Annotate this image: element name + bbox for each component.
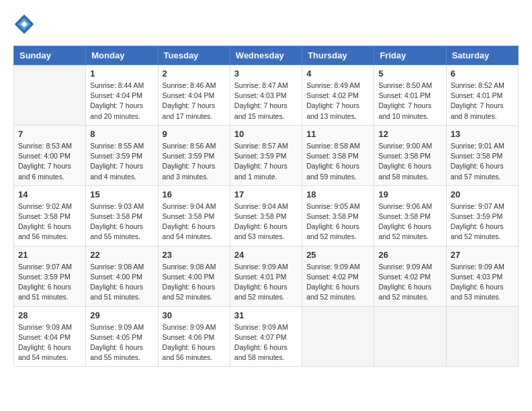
calendar-cell: 26Sunrise: 9:09 AM Sunset: 4:02 PM Dayli… (374, 246, 446, 306)
day-info: Sunrise: 8:57 AM Sunset: 3:59 PM Dayligh… (234, 141, 298, 182)
calendar-week-row: 21Sunrise: 9:07 AM Sunset: 3:59 PM Dayli… (14, 246, 519, 306)
calendar-week-row: 1Sunrise: 8:44 AM Sunset: 4:04 PM Daylig… (14, 65, 519, 126)
calendar-cell: 4Sunrise: 8:49 AM Sunset: 4:02 PM Daylig… (302, 65, 374, 126)
day-number: 10 (234, 129, 298, 139)
day-number: 9 (163, 129, 226, 139)
calendar-cell: 22Sunrise: 9:08 AM Sunset: 4:00 PM Dayli… (86, 246, 158, 306)
day-number: 18 (306, 189, 369, 199)
day-number: 27 (451, 250, 514, 260)
day-info: Sunrise: 9:09 AM Sunset: 4:02 PM Dayligh… (306, 262, 369, 303)
day-info: Sunrise: 9:07 AM Sunset: 3:59 PM Dayligh… (451, 201, 514, 242)
calendar-cell (446, 306, 518, 367)
day-info: Sunrise: 9:05 AM Sunset: 3:58 PM Dayligh… (306, 201, 369, 242)
calendar-cell: 10Sunrise: 8:57 AM Sunset: 3:59 PM Dayli… (230, 125, 302, 185)
calendar-table: SundayMondayTuesdayWednesdayThursdayFrid… (13, 46, 519, 367)
day-number: 22 (90, 250, 153, 260)
day-info: Sunrise: 9:09 AM Sunset: 4:06 PM Dayligh… (163, 322, 226, 363)
day-number: 29 (90, 310, 153, 320)
day-number: 8 (90, 129, 153, 139)
day-number: 7 (18, 129, 81, 139)
day-number: 1 (90, 68, 153, 79)
day-info: Sunrise: 8:52 AM Sunset: 4:01 PM Dayligh… (451, 81, 514, 122)
day-info: Sunrise: 9:09 AM Sunset: 4:07 PM Dayligh… (234, 322, 298, 363)
day-info: Sunrise: 9:03 AM Sunset: 3:58 PM Dayligh… (90, 201, 153, 242)
day-number: 15 (90, 189, 153, 199)
calendar-cell: 15Sunrise: 9:03 AM Sunset: 3:58 PM Dayli… (86, 185, 158, 246)
calendar-cell: 13Sunrise: 9:01 AM Sunset: 3:58 PM Dayli… (446, 125, 518, 185)
day-info: Sunrise: 9:06 AM Sunset: 3:58 PM Dayligh… (378, 201, 441, 242)
calendar-cell: 20Sunrise: 9:07 AM Sunset: 3:59 PM Dayli… (446, 185, 518, 246)
day-info: Sunrise: 8:49 AM Sunset: 4:02 PM Dayligh… (306, 81, 369, 122)
calendar-week-row: 14Sunrise: 9:02 AM Sunset: 3:58 PM Dayli… (14, 185, 519, 246)
calendar-week-row: 7Sunrise: 8:53 AM Sunset: 4:00 PM Daylig… (14, 125, 519, 185)
calendar-day-header: Tuesday (158, 46, 230, 65)
calendar-cell: 31Sunrise: 9:09 AM Sunset: 4:07 PM Dayli… (230, 306, 302, 367)
calendar-cell: 8Sunrise: 8:55 AM Sunset: 3:59 PM Daylig… (86, 125, 158, 185)
calendar-day-header: Wednesday (230, 46, 302, 65)
calendar-cell: 21Sunrise: 9:07 AM Sunset: 3:59 PM Dayli… (14, 246, 86, 306)
day-info: Sunrise: 8:53 AM Sunset: 4:00 PM Dayligh… (18, 141, 81, 182)
day-info: Sunrise: 8:46 AM Sunset: 4:04 PM Dayligh… (163, 81, 226, 122)
day-number: 2 (163, 68, 226, 79)
calendar-cell: 5Sunrise: 8:50 AM Sunset: 4:01 PM Daylig… (374, 65, 446, 126)
day-info: Sunrise: 9:09 AM Sunset: 4:01 PM Dayligh… (234, 262, 298, 303)
day-info: Sunrise: 9:04 AM Sunset: 3:58 PM Dayligh… (163, 201, 226, 242)
day-info: Sunrise: 8:44 AM Sunset: 4:04 PM Dayligh… (90, 81, 153, 122)
day-info: Sunrise: 9:09 AM Sunset: 4:03 PM Dayligh… (451, 262, 514, 303)
day-number: 21 (18, 250, 81, 260)
calendar-cell: 1Sunrise: 8:44 AM Sunset: 4:04 PM Daylig… (86, 65, 158, 126)
day-number: 31 (234, 310, 298, 320)
day-number: 30 (163, 310, 226, 320)
calendar-day-header: Saturday (446, 46, 518, 65)
calendar-cell: 3Sunrise: 8:47 AM Sunset: 4:03 PM Daylig… (230, 65, 302, 126)
logo (13, 13, 38, 35)
calendar-cell (374, 306, 446, 367)
calendar-cell: 25Sunrise: 9:09 AM Sunset: 4:02 PM Dayli… (302, 246, 374, 306)
day-number: 14 (18, 189, 81, 199)
day-info: Sunrise: 9:02 AM Sunset: 3:58 PM Dayligh… (18, 201, 81, 242)
calendar-cell: 9Sunrise: 8:56 AM Sunset: 3:59 PM Daylig… (158, 125, 230, 185)
day-number: 23 (163, 250, 226, 260)
calendar-day-header: Sunday (14, 46, 86, 65)
logo-icon (13, 13, 35, 35)
calendar-cell: 24Sunrise: 9:09 AM Sunset: 4:01 PM Dayli… (230, 246, 302, 306)
day-number: 11 (306, 129, 369, 139)
page-header (13, 13, 519, 35)
calendar-cell: 27Sunrise: 9:09 AM Sunset: 4:03 PM Dayli… (446, 246, 518, 306)
day-info: Sunrise: 8:55 AM Sunset: 3:59 PM Dayligh… (90, 141, 153, 182)
day-info: Sunrise: 8:47 AM Sunset: 4:03 PM Dayligh… (234, 81, 298, 122)
calendar-day-header: Friday (374, 46, 446, 65)
calendar-cell: 16Sunrise: 9:04 AM Sunset: 3:58 PM Dayli… (158, 185, 230, 246)
calendar-cell: 11Sunrise: 8:58 AM Sunset: 3:58 PM Dayli… (302, 125, 374, 185)
day-info: Sunrise: 9:09 AM Sunset: 4:02 PM Dayligh… (378, 262, 441, 303)
day-number: 19 (378, 189, 441, 199)
day-info: Sunrise: 9:01 AM Sunset: 3:58 PM Dayligh… (451, 141, 514, 182)
day-info: Sunrise: 9:08 AM Sunset: 4:00 PM Dayligh… (90, 262, 153, 303)
day-info: Sunrise: 8:50 AM Sunset: 4:01 PM Dayligh… (378, 81, 441, 122)
day-info: Sunrise: 8:56 AM Sunset: 3:59 PM Dayligh… (163, 141, 226, 182)
day-number: 6 (451, 68, 514, 79)
day-info: Sunrise: 9:09 AM Sunset: 4:04 PM Dayligh… (18, 322, 81, 363)
day-number: 20 (451, 189, 514, 199)
day-number: 26 (378, 250, 441, 260)
day-info: Sunrise: 9:08 AM Sunset: 4:00 PM Dayligh… (163, 262, 226, 303)
day-info: Sunrise: 9:04 AM Sunset: 3:58 PM Dayligh… (234, 201, 298, 242)
day-info: Sunrise: 9:00 AM Sunset: 3:58 PM Dayligh… (378, 141, 441, 182)
day-number: 16 (163, 189, 226, 199)
calendar-cell: 14Sunrise: 9:02 AM Sunset: 3:58 PM Dayli… (14, 185, 86, 246)
day-info: Sunrise: 8:58 AM Sunset: 3:58 PM Dayligh… (306, 141, 369, 182)
day-info: Sunrise: 9:09 AM Sunset: 4:05 PM Dayligh… (90, 322, 153, 363)
day-info: Sunrise: 9:07 AM Sunset: 3:59 PM Dayligh… (18, 262, 81, 303)
calendar-header-row: SundayMondayTuesdayWednesdayThursdayFrid… (14, 46, 519, 65)
calendar-cell: 29Sunrise: 9:09 AM Sunset: 4:05 PM Dayli… (86, 306, 158, 367)
calendar-cell: 30Sunrise: 9:09 AM Sunset: 4:06 PM Dayli… (158, 306, 230, 367)
calendar-cell: 28Sunrise: 9:09 AM Sunset: 4:04 PM Dayli… (14, 306, 86, 367)
calendar-cell: 17Sunrise: 9:04 AM Sunset: 3:58 PM Dayli… (230, 185, 302, 246)
calendar-cell: 2Sunrise: 8:46 AM Sunset: 4:04 PM Daylig… (158, 65, 230, 126)
calendar-cell: 12Sunrise: 9:00 AM Sunset: 3:58 PM Dayli… (374, 125, 446, 185)
day-number: 4 (306, 68, 369, 79)
day-number: 17 (234, 189, 298, 199)
calendar-day-header: Monday (86, 46, 158, 65)
calendar-day-header: Thursday (302, 46, 374, 65)
day-number: 25 (306, 250, 369, 260)
